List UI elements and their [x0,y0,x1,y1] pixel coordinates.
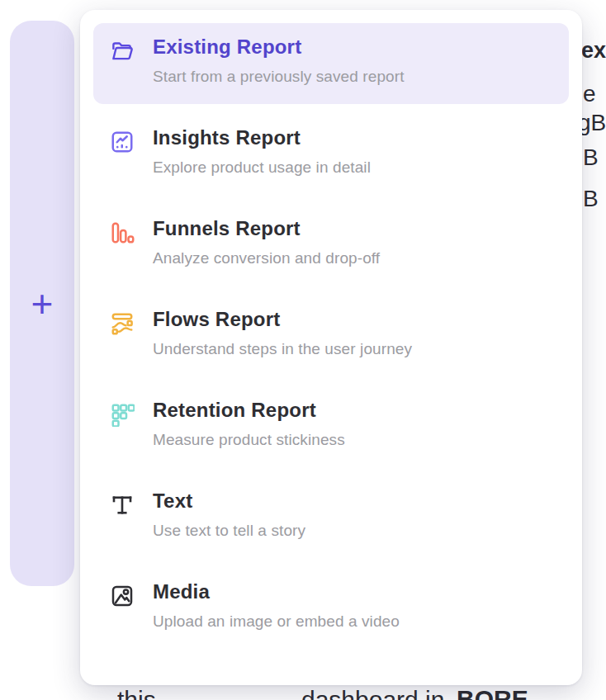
bg-text-fragment: ex [581,38,606,64]
bg-text-fragment: dashboard in [301,686,444,700]
menu-item-subtitle: Start from a previously saved report [153,67,405,87]
menu-item-title: Insights Report [153,125,371,150]
bg-text-fragment: this [117,686,156,700]
menu-item-subtitle: Analyze conversion and drop-off [153,248,380,268]
insights-chart-icon [108,128,136,156]
retention-grid-icon [108,400,136,428]
menu-item-title: Existing Report [153,35,405,59]
menu-item-title: Text [153,489,305,513]
menu-item-flows-report[interactable]: Flows Report Understand steps in the use… [93,296,569,376]
flows-icon [108,310,136,338]
bg-text-fragment: B [583,186,599,212]
menu-item-subtitle: Explore product usage in detail [153,158,371,177]
menu-item-subtitle: Understand steps in the user journey [153,339,412,359]
folder-open-icon [108,37,136,65]
add-card-rail: + [10,21,74,586]
funnel-bars-icon [108,219,136,247]
menu-item-insights-report[interactable]: Insights Report Explore product usage in… [93,114,569,195]
menu-item-subtitle: Upload an image or embed a video [153,612,400,631]
media-image-icon [108,582,136,610]
bg-text-fragment: gB [578,110,606,136]
menu-item-text[interactable]: Text Use text to tell a story [93,477,569,558]
add-report-menu: Existing Report Start from a previously … [80,10,582,685]
menu-item-subtitle: Use text to tell a story [153,521,305,541]
bg-text-fragment: e [583,81,596,107]
menu-item-existing-report[interactable]: Existing Report Start from a previously … [93,23,569,104]
menu-item-subtitle: Measure product stickiness [153,430,345,450]
bg-text-fragment: B [583,144,599,171]
menu-item-retention-report[interactable]: Retention Report Measure product stickin… [93,386,569,467]
menu-item-title: Flows Report [153,307,412,332]
menu-item-title: Funnels Report [153,216,380,241]
menu-item-title: Retention Report [153,398,345,423]
bg-text-fragment: BORE [457,685,528,700]
text-icon [108,491,136,519]
menu-item-funnels-report[interactable]: Funnels Report Analyze conversion and dr… [93,205,569,286]
screen: ex e gB B B this dashboard in BORE + Exi… [0,0,606,700]
menu-item-title: Media [153,579,400,604]
menu-item-media[interactable]: Media Upload an image or embed a video [93,568,569,649]
plus-icon[interactable]: + [31,285,54,323]
